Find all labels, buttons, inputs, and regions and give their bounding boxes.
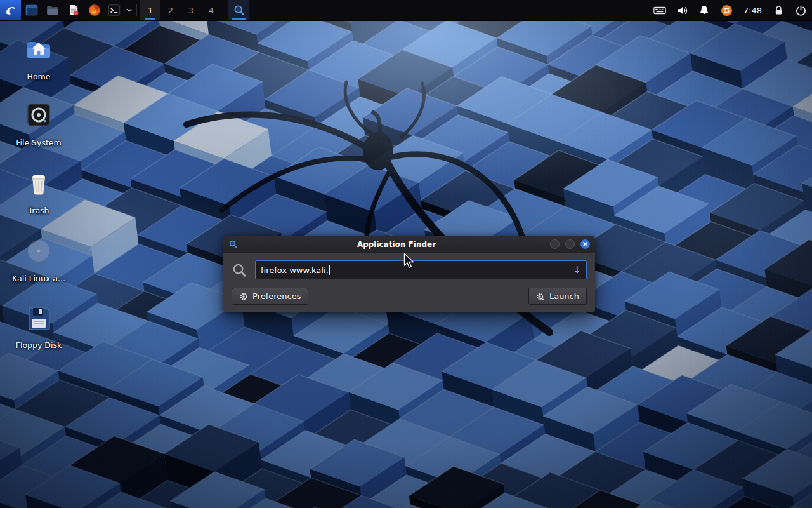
- dialog-buttons: Preferences Launch: [232, 288, 587, 305]
- chevron-down-icon: [126, 8, 132, 12]
- desktop-icon-kali-disc[interactable]: Kali Linux a...: [10, 236, 68, 283]
- lock-screen-button[interactable]: [768, 0, 790, 20]
- file-manager-icon: [25, 3, 39, 17]
- trash-icon: [23, 168, 54, 198]
- terminal-launcher-group: [105, 0, 133, 20]
- desktop-icon-label: Home: [10, 72, 68, 81]
- execute-gear-icon: [536, 292, 545, 301]
- desktop-icon-label: Floppy Disk: [10, 340, 68, 350]
- power-icon: [795, 4, 807, 17]
- keyboard-indicator-button[interactable]: [649, 0, 671, 20]
- clock[interactable]: 7:48: [738, 0, 768, 20]
- workspace-1-label: 1: [148, 6, 153, 15]
- updates-button[interactable]: [716, 0, 738, 20]
- window-titlebar[interactable]: Application Finder: [223, 236, 595, 253]
- minimize-button[interactable]: [550, 239, 560, 249]
- terminal-launcher[interactable]: [105, 0, 124, 20]
- filesystem-icon: [23, 100, 54, 130]
- floppy-icon: [23, 302, 54, 333]
- text-editor-icon: [67, 4, 80, 17]
- workspace-2-label: 2: [168, 6, 173, 15]
- window-controls: [544, 239, 590, 249]
- window-title: Application Finder: [249, 240, 544, 249]
- file-manager-launcher[interactable]: [21, 0, 42, 20]
- launch-button-label: Launch: [549, 291, 579, 301]
- application-finder-launcher[interactable]: [228, 0, 249, 20]
- launch-button[interactable]: Launch: [528, 288, 587, 305]
- search-icon: [232, 262, 247, 278]
- kali-dragon-icon: [4, 3, 18, 17]
- desktop-icon-home[interactable]: Home: [10, 34, 68, 81]
- workspace-3-label: 3: [188, 6, 193, 15]
- text-editor-launcher[interactable]: [63, 0, 84, 20]
- workspace-4-label: 4: [209, 6, 214, 15]
- preferences-button[interactable]: Preferences: [232, 288, 308, 305]
- applications-menu-button[interactable]: [0, 0, 21, 20]
- keyboard-icon: [653, 6, 666, 15]
- volume-button[interactable]: [671, 0, 693, 20]
- panel-separator: [225, 4, 225, 16]
- folder-icon: [46, 3, 60, 17]
- close-icon: [582, 241, 588, 247]
- desktop-icon-label: Trash: [10, 206, 68, 215]
- top-panel: 1 2 3 4: [0, 0, 812, 21]
- folder-launcher[interactable]: [42, 0, 63, 20]
- bell-icon: [698, 4, 710, 16]
- search-input-value: firefox www.kali.: [261, 265, 329, 275]
- dialog-body: firefox www.kali. ↓ Preferences Launch: [223, 253, 595, 312]
- terminal-menu-button[interactable]: [124, 0, 133, 20]
- panel-separator: [136, 4, 137, 16]
- dropdown-arrow-icon[interactable]: ↓: [573, 265, 581, 275]
- home-icon: [23, 34, 54, 64]
- workspace-1-button[interactable]: 1: [140, 0, 160, 20]
- volume-icon: [676, 4, 688, 17]
- session-power-button[interactable]: [790, 0, 812, 20]
- desktop-icon-label: Kali Linux a...: [10, 274, 68, 283]
- terminal-icon: [107, 3, 121, 17]
- desktop-icon-trash[interactable]: Trash: [10, 168, 68, 215]
- firefox-icon: [88, 3, 102, 17]
- notifications-button[interactable]: [693, 0, 716, 20]
- search-input[interactable]: firefox www.kali. ↓: [255, 260, 587, 279]
- close-button[interactable]: [580, 239, 590, 249]
- workspace-4-button[interactable]: 4: [201, 0, 221, 20]
- desktop-icon-label: File System: [10, 138, 68, 147]
- workspace-3-button[interactable]: 3: [181, 0, 201, 20]
- lock-icon: [773, 5, 784, 16]
- desktop-icon-floppy[interactable]: Floppy Disk: [10, 302, 68, 350]
- application-finder-window: Application Finder firefox www.kali. ↓: [223, 236, 595, 312]
- panel-spacer: [249, 0, 649, 20]
- panel-launchers: [0, 0, 133, 20]
- kali-disc-icon: [23, 236, 54, 266]
- search-icon: [233, 4, 246, 17]
- firefox-launcher[interactable]: [84, 0, 105, 20]
- updates-icon: [721, 4, 733, 17]
- workspace-switcher: 1 2 3 4: [140, 0, 221, 20]
- search-row: firefox www.kali. ↓: [232, 260, 587, 279]
- window-search-icon: [228, 239, 238, 249]
- preferences-button-label: Preferences: [252, 291, 301, 301]
- gear-icon: [239, 292, 248, 301]
- text-caret: [329, 265, 330, 275]
- maximize-button[interactable]: [565, 239, 575, 249]
- workspace-2-button[interactable]: 2: [160, 0, 181, 20]
- desktop-icon-filesystem[interactable]: File System: [10, 100, 68, 147]
